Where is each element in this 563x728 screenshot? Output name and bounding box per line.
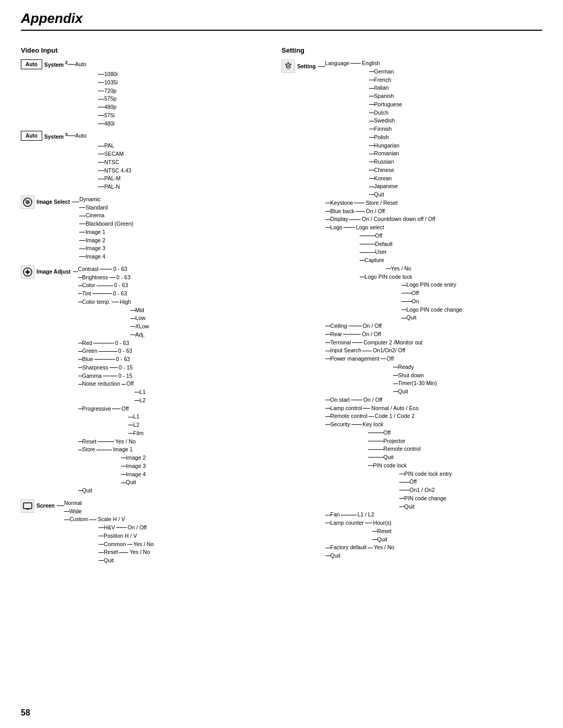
kl-off: Off bbox=[368, 429, 462, 437]
image-select-items: Dynamic Standard Cinema Blackboard (Gree… bbox=[79, 195, 133, 261]
image-select-section: Image Select Dynamic Standard Cinema Bla… bbox=[21, 195, 271, 261]
lang-spanish: Spanish bbox=[369, 92, 462, 101]
terminal-row: Terminal Computer 2 /Monitor out bbox=[325, 339, 462, 347]
adj-noise: Noise reduction Off bbox=[78, 380, 149, 388]
sys3-secam: SECAM bbox=[98, 150, 271, 158]
lang-korean: Korean bbox=[369, 175, 462, 183]
adj-green: Green 0 - 63 bbox=[78, 347, 149, 355]
security-row: Security Key lock bbox=[325, 421, 462, 429]
screen-hv: H&V On / Off bbox=[99, 524, 154, 532]
screen-custom-items: H&V On / Off Position H / V Common Yes /… bbox=[99, 524, 154, 565]
lang-swedish: Swedish bbox=[369, 117, 462, 125]
system2-first-item: Auto bbox=[75, 60, 87, 69]
left-section-title: Video Input bbox=[21, 46, 271, 54]
logo-off: Off bbox=[360, 232, 462, 240]
sys2-item-1080i: 1080i bbox=[98, 70, 271, 79]
fan-row: Fan L1 / L2 bbox=[325, 511, 462, 519]
pm-timer: Timer(1-30 Min) bbox=[393, 379, 462, 388]
imgsel-cinema: Cinema bbox=[79, 212, 133, 220]
screen-label: Screen bbox=[36, 501, 55, 510]
adj-brightness: Brightness 0 - 63 bbox=[78, 274, 149, 282]
imgsel-standard: Standard bbox=[79, 204, 133, 212]
setting-label: Setting bbox=[297, 62, 316, 71]
svg-rect-10 bbox=[287, 68, 290, 69]
system3-label: System 3 bbox=[44, 131, 68, 141]
lang-russian: Russian bbox=[369, 158, 462, 166]
remotecontrol-row: Remote control Code 1 / Code 2 bbox=[325, 412, 462, 421]
screen-line bbox=[57, 505, 64, 506]
lang-quit: Quit bbox=[369, 191, 462, 199]
setting-line bbox=[318, 66, 325, 67]
system2-items: 1080i 1035i 720p 575p 480p 575i 480i bbox=[98, 70, 271, 128]
adj-noise-items: L1 L2 bbox=[134, 388, 149, 405]
adj-store: Store Image 1 bbox=[78, 446, 149, 454]
screen-quit: Quit bbox=[99, 557, 154, 565]
lang-japanese: Japanese bbox=[369, 182, 462, 191]
power-mgmt-items: Ready Shut down Timer(1-30 Min) Quit bbox=[393, 363, 462, 396]
lang-portuguese: Portuguese bbox=[369, 101, 462, 109]
lang-polish: Polish bbox=[369, 133, 462, 142]
lang-french: French bbox=[369, 76, 462, 84]
logo-default: Default bbox=[360, 240, 462, 249]
onstart-row: On start On / Off bbox=[325, 396, 462, 404]
lampcontrol-row: Lamp control Normal / Auto / Eco bbox=[325, 404, 462, 413]
screen-section: Screen Normal Wide Custom Scale H / V H&… bbox=[21, 499, 271, 565]
image-select-line bbox=[72, 202, 79, 202]
svg-point-2 bbox=[25, 199, 27, 201]
auto-btn-1[interactable]: Auto bbox=[21, 59, 42, 69]
ceiling-row: Ceiling On / Off bbox=[325, 322, 462, 330]
lang-dutch: Dutch bbox=[369, 109, 462, 117]
image-adjust-section: Image Adjust Contrast 0 - 63 Brightness … bbox=[21, 265, 271, 495]
lc-quit: Quit bbox=[372, 536, 462, 544]
adj-prog-film: Film bbox=[128, 429, 149, 438]
adj-ct-low: Low bbox=[130, 314, 149, 323]
adj-ct-adj: Adj. bbox=[130, 331, 149, 339]
adj-quit: Quit bbox=[78, 487, 149, 495]
logo-pin-items: Logo PIN code entry Off On Logo PIN code… bbox=[401, 281, 462, 322]
image-select-label: Image Select bbox=[36, 198, 70, 206]
imgsel-blackboard: Blackboard (Green) bbox=[79, 220, 133, 228]
sys3-ntsc443: NTSC 4.43 bbox=[98, 167, 271, 175]
auto-btn-2[interactable]: Auto bbox=[21, 131, 42, 141]
right-column: Setting Setting bbox=[282, 46, 542, 565]
adj-blue: Blue 0 - 63 bbox=[78, 355, 149, 364]
keystone-row: Keystone Store / Reset bbox=[325, 199, 462, 207]
lang-italian: Italian bbox=[369, 84, 462, 92]
sys2-item-720p: 720p bbox=[98, 87, 271, 95]
screen-wide: Wide bbox=[64, 508, 154, 516]
imgsel-dynamic: Dynamic bbox=[79, 195, 133, 204]
system3-row: Auto System 3 Auto bbox=[21, 131, 271, 141]
adj-sharpness: Sharpness 0 - 15 bbox=[78, 364, 149, 372]
page-header: Appendix bbox=[21, 10, 542, 31]
lang-finnish: Finnish bbox=[369, 125, 462, 133]
left-column: Video Input Auto System 2 Auto 1080i 103… bbox=[21, 46, 271, 565]
screen-icon bbox=[21, 499, 34, 513]
sys3-paln: PAL-N bbox=[98, 183, 271, 191]
sys2-item-1035i: 1035i bbox=[98, 79, 271, 87]
adj-colortemp-items: Mid Low XLow Adj. bbox=[130, 306, 149, 339]
image-adjust-items: Contrast 0 - 63 Brightness 0 - 63 Color … bbox=[78, 265, 149, 495]
system2-line bbox=[68, 64, 75, 65]
logo-pin-on: On bbox=[401, 298, 462, 306]
logo-capture-yn: Yes / No bbox=[386, 265, 462, 273]
adj-store-items: Image 2 Image 3 Image 4 Quit bbox=[121, 454, 149, 487]
adj-gamma: Gamma 0 - 15 bbox=[78, 372, 149, 380]
lc-reset: Reset bbox=[372, 527, 462, 536]
pin-lock-items: PIN code lock entry Off On1 / On2 PIN co… bbox=[399, 470, 462, 511]
screen-normal: Normal bbox=[64, 499, 154, 508]
adj-progressive-items: L1 L2 Film bbox=[128, 413, 149, 437]
adj-ct-xlow: XLow bbox=[130, 323, 149, 331]
adj-contrast: Contrast 0 - 63 bbox=[78, 265, 149, 274]
setting-header: Setting bbox=[282, 59, 325, 73]
image-adjust-icon bbox=[21, 265, 34, 279]
system2-row: Auto System 2 Auto bbox=[21, 59, 271, 69]
adj-prog-l2: L2 bbox=[128, 421, 149, 429]
adj-color: Color 0 - 63 bbox=[78, 281, 149, 290]
capture-yes-no: Yes / No bbox=[386, 265, 462, 273]
sys2-item-575p: 575p bbox=[98, 95, 271, 103]
language-items: German French Italian Spanish Portuguese… bbox=[369, 68, 462, 199]
adj-progressive: Progressive Off bbox=[78, 405, 149, 413]
screen-header: Screen bbox=[21, 499, 64, 513]
imgsel-img3: Image 3 bbox=[79, 244, 133, 253]
setting-quit: Quit bbox=[325, 552, 462, 560]
